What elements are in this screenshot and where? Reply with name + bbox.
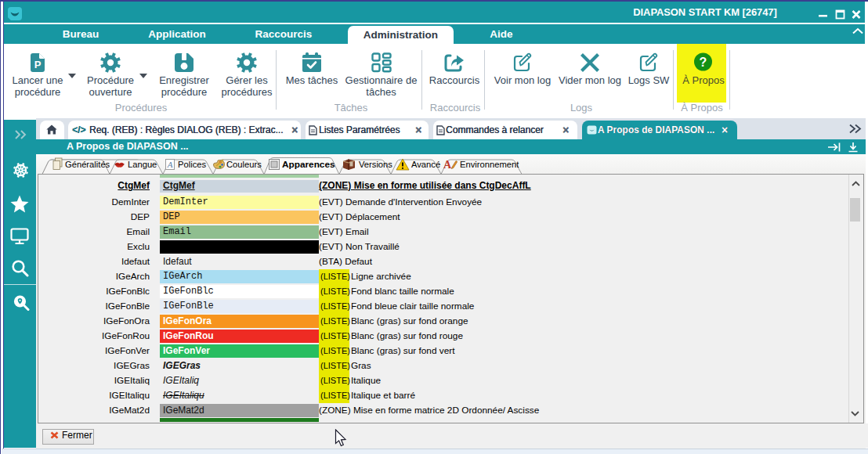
- svg-text:?: ?: [700, 56, 707, 69]
- svg-text:P: P: [34, 59, 42, 70]
- svg-text:A: A: [167, 160, 173, 169]
- svg-text:A: A: [443, 159, 452, 171]
